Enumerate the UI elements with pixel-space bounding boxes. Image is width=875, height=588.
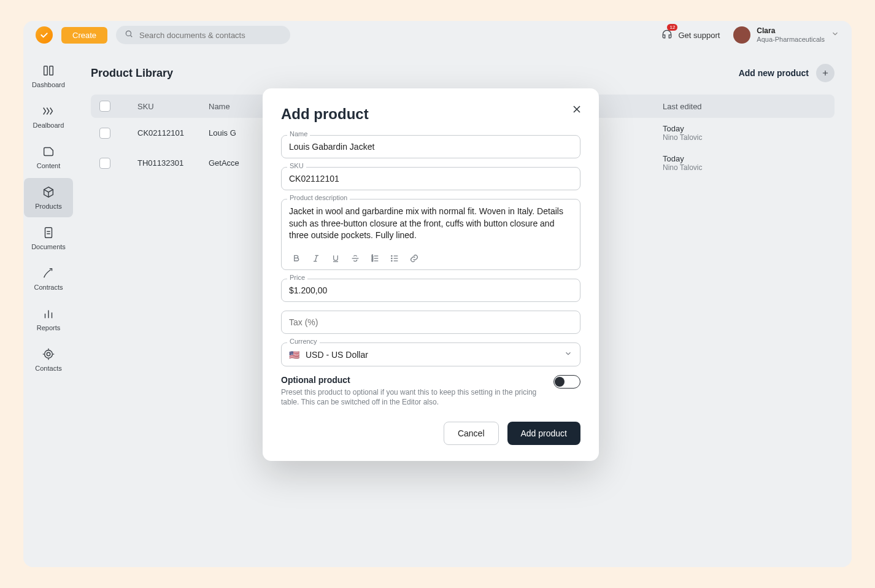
price-label: Price: [287, 274, 307, 281]
optional-title: Optional product: [281, 375, 541, 385]
currency-select[interactable]: 🇺🇸 USD - US Dollar: [281, 342, 580, 366]
sidebar-item-dashboard[interactable]: Dashboard: [24, 56, 73, 96]
sidebar-item-label: Reports: [37, 324, 61, 331]
topbar: Create 12 Get support Clara Aqua-Pharmac…: [23, 21, 852, 49]
italic-icon[interactable]: [311, 253, 321, 263]
sidebar-item-contacts[interactable]: Contacts: [24, 340, 73, 379]
cell-last-edited: Today: [663, 124, 767, 133]
table-header-sku: SKU: [137, 102, 209, 111]
sidebar-item-label: Documents: [31, 243, 66, 250]
optional-desc: Preset this product to optional if you w…: [281, 387, 541, 407]
modal-actions: Cancel Add product: [281, 422, 580, 445]
cell-last-edited: Today: [663, 154, 767, 163]
app-frame: Create 12 Get support Clara Aqua-Pharmac…: [23, 21, 852, 567]
product-description-text: Jacket in wool and garbardine mix with n…: [289, 206, 572, 249]
search-icon: [125, 29, 133, 41]
row-checkbox[interactable]: [99, 158, 110, 169]
cell-sku: CK02112101: [137, 128, 209, 137]
sidebar-item-contracts[interactable]: Contracts: [24, 259, 73, 298]
sidebar-item-documents[interactable]: Documents: [24, 219, 73, 258]
select-all-checkbox[interactable]: [99, 101, 110, 112]
flag-icon: 🇺🇸: [289, 350, 299, 360]
headset-icon: 12: [661, 28, 673, 42]
bullet-list-icon[interactable]: [390, 253, 399, 263]
product-description-input[interactable]: Jacket in wool and garbardine mix with n…: [281, 199, 580, 270]
sidebar-item-label: Content: [37, 162, 61, 169]
cell-sku: TH01132301: [137, 158, 209, 168]
svg-rect-2: [44, 66, 48, 75]
modal-title: Add product: [281, 106, 580, 123]
link-icon[interactable]: [409, 253, 419, 263]
svg-rect-4: [45, 228, 52, 238]
page-title: Product Library: [91, 67, 173, 80]
name-label: Name: [287, 130, 310, 137]
table-header-last-edited: Last edited: [663, 102, 767, 111]
add-new-product-button[interactable]: Add new product: [739, 64, 835, 82]
close-icon[interactable]: [571, 103, 583, 118]
user-org: Aqua-Pharmaceuticals: [757, 36, 825, 44]
svg-text:3: 3: [372, 259, 374, 262]
search-input[interactable]: [139, 31, 282, 40]
sidebar-item-label: Contracts: [34, 284, 63, 291]
sku-label: SKU: [287, 162, 306, 169]
sidebar-item-reports[interactable]: Reports: [24, 300, 73, 339]
sidebar-item-label: Dealboard: [33, 122, 64, 129]
sidebar-item-label: Products: [35, 203, 61, 210]
product-price-input[interactable]: [281, 279, 580, 302]
sidebar: Dashboard Dealboard Content Products Doc…: [23, 49, 74, 567]
format-toolbar: 123: [289, 249, 572, 269]
svg-point-0: [126, 31, 131, 36]
user-name: Clara: [757, 27, 825, 36]
user-text: Clara Aqua-Pharmaceuticals: [757, 27, 825, 43]
add-product-modal: Add product Name SKU Product description…: [263, 88, 599, 461]
support-badge: 12: [667, 24, 677, 31]
create-button[interactable]: Create: [61, 27, 107, 44]
chevron-down-icon: [564, 349, 572, 360]
get-support-button[interactable]: 12 Get support: [661, 28, 720, 42]
product-name-input[interactable]: [281, 135, 580, 158]
add-product-button[interactable]: Add product: [507, 422, 581, 445]
underline-icon[interactable]: [331, 253, 341, 263]
sidebar-item-label: Dashboard: [32, 81, 65, 88]
currency-value: USD - US Dollar: [306, 350, 368, 360]
topbar-right: 12 Get support Clara Aqua-Pharmaceutical…: [661, 26, 839, 44]
sidebar-item-dealboard[interactable]: Dealboard: [24, 97, 73, 136]
svg-point-30: [391, 255, 392, 256]
support-label: Get support: [678, 31, 720, 40]
strikethrough-icon[interactable]: [350, 253, 360, 263]
add-new-label: Add new product: [739, 68, 809, 78]
user-menu[interactable]: Clara Aqua-Pharmaceuticals: [733, 26, 839, 44]
row-checkbox[interactable]: [99, 128, 110, 139]
svg-point-32: [391, 260, 392, 261]
svg-line-1: [131, 36, 133, 37]
svg-point-10: [47, 352, 50, 356]
app-logo: [36, 26, 53, 44]
sidebar-item-content[interactable]: Content: [24, 137, 73, 177]
product-tax-input[interactable]: [281, 311, 580, 334]
plus-icon: [816, 64, 835, 82]
cell-last-edited-by: Nino Talovic: [663, 133, 767, 142]
optional-toggle[interactable]: [553, 375, 580, 389]
optional-product-block: Optional product Preset this product to …: [281, 375, 580, 407]
product-sku-input[interactable]: [281, 167, 580, 190]
cancel-button[interactable]: Cancel: [444, 422, 499, 445]
chevron-down-icon: [831, 29, 839, 41]
ordered-list-icon[interactable]: 123: [370, 253, 380, 263]
svg-point-31: [391, 258, 392, 258]
cell-last-edited-by: Nino Talovic: [663, 163, 767, 172]
svg-point-11: [45, 350, 53, 358]
toggle-knob: [555, 377, 565, 387]
svg-rect-3: [50, 66, 53, 75]
avatar: [733, 26, 750, 44]
description-label: Product description: [287, 194, 350, 201]
svg-line-18: [315, 255, 317, 261]
currency-label: Currency: [287, 338, 320, 345]
search-box[interactable]: [116, 26, 290, 44]
sidebar-item-products[interactable]: Products: [24, 178, 73, 217]
sidebar-item-label: Contacts: [35, 365, 61, 372]
bold-icon[interactable]: [291, 253, 301, 263]
